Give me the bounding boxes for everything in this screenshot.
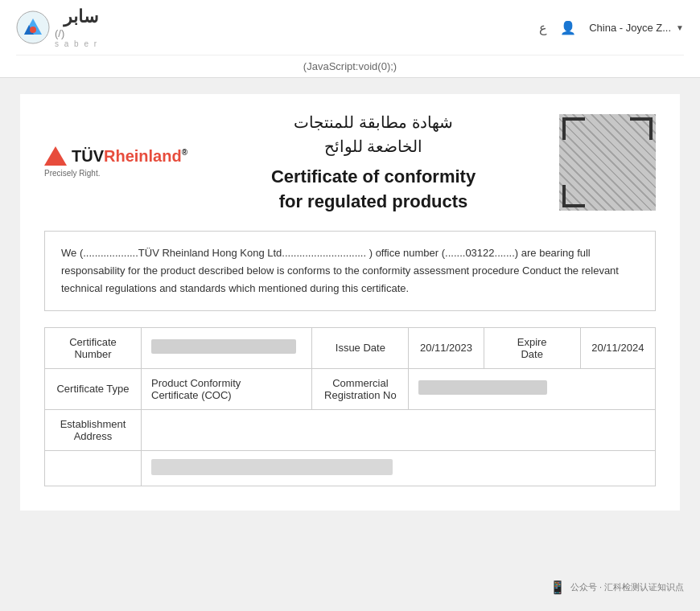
cert-number-value xyxy=(142,327,312,368)
qr-corner-tl xyxy=(562,117,585,140)
address-value xyxy=(142,409,656,450)
user-label[interactable]: China - Joyce Z... ▼ xyxy=(589,22,684,34)
tuv-logo: TÜVRheinland® Precisely Right. xyxy=(44,146,187,178)
tuv-subtitle: Precisely Right. xyxy=(44,169,100,178)
nav-link-text[interactable]: (JavaScript:void(0);) xyxy=(303,60,397,72)
logo-brand-arabic: سابر xyxy=(55,6,98,27)
commercial-reg-value xyxy=(409,368,656,409)
issue-date-label: Issue Date xyxy=(312,327,409,368)
table-row-cert-type: Certificate Type Product ConformityCerti… xyxy=(45,368,656,409)
table-row-cert-number: CertificateNumber Issue Date 20/11/2023 … xyxy=(45,327,656,368)
svg-point-3 xyxy=(30,27,36,33)
cert-header: TÜVRheinland® Precisely Right. شهادة مطا… xyxy=(44,110,656,215)
address-label: EstablishmentAddress xyxy=(45,409,142,450)
cert-title-arabic: شهادة مطابقة للمنتجاتالخاضعة للوائح xyxy=(204,110,543,158)
expire-date-label: ExpireDate xyxy=(484,327,580,368)
extra-blurred xyxy=(151,459,393,475)
cert-number-blurred xyxy=(151,339,296,354)
nav-link-bar: (JavaScript:void(0);) xyxy=(16,55,684,77)
expire-date-value: 20/11/2024 xyxy=(580,327,655,368)
wechat-icon: 📱 xyxy=(550,580,566,595)
lang-toggle[interactable]: ع xyxy=(539,20,547,35)
description-text: We (...................TÜV Rheinland Hon… xyxy=(61,247,619,294)
issue-date-value: 20/11/2023 xyxy=(409,327,484,368)
tuv-brand-text: TÜVRheinland® xyxy=(72,147,187,166)
watermark-text: 公众号 · 汇科检测认证知识点 xyxy=(570,581,684,593)
cert-number-label: CertificateNumber xyxy=(45,327,142,368)
tuv-rheinland-text: Rheinland xyxy=(104,147,182,165)
commercial-reg-label: CommercialRegistration No xyxy=(312,368,409,409)
tuv-triangle-icon xyxy=(44,146,67,166)
qr-corner-tr xyxy=(630,117,653,140)
logo-area: سابر (/) s a b e r xyxy=(16,6,98,48)
description-box: We (...................TÜV Rheinland Hon… xyxy=(44,231,656,311)
cert-title-english: Certificate of conformity for regulated … xyxy=(204,165,543,215)
cert-type-label: Certificate Type xyxy=(45,368,142,409)
cert-type-value: Product ConformityCertificate (COC) xyxy=(142,368,312,409)
commercial-reg-blurred xyxy=(418,380,547,395)
cert-table: CertificateNumber Issue Date 20/11/2023 … xyxy=(44,327,656,486)
extra-value xyxy=(142,450,656,486)
nav-right: ع 👤 China - Joyce Z... ▼ xyxy=(539,20,684,35)
user-icon: 👤 xyxy=(560,20,576,35)
dropdown-arrow-icon: ▼ xyxy=(676,23,684,32)
logo-parenthesis: (/) xyxy=(55,27,98,39)
cert-qr-code xyxy=(559,114,656,211)
watermark: 📱 公众号 · 汇科检测认证知识点 xyxy=(550,580,684,595)
table-row-address: EstablishmentAddress xyxy=(45,409,656,450)
saber-logo-icon xyxy=(16,10,50,44)
main-content: TÜVRheinland® Precisely Right. شهادة مطا… xyxy=(20,94,680,511)
table-row-extra xyxy=(45,450,656,486)
navbar: سابر (/) s a b e r ع 👤 China - Joyce Z..… xyxy=(0,0,700,78)
extra-label xyxy=(45,450,142,486)
qr-corner-bl xyxy=(562,185,585,207)
cert-title-area: شهادة مطابقة للمنتجاتالخاضعة للوائح Cert… xyxy=(187,110,559,215)
logo-subtitle: s a b e r xyxy=(55,39,98,48)
tuv-registered: ® xyxy=(182,148,187,157)
